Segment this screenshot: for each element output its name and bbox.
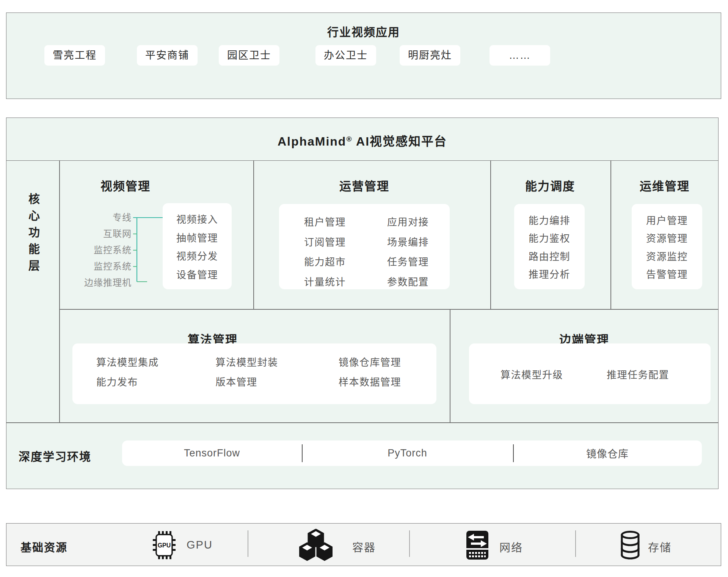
- storage-database-icon: [620, 530, 641, 560]
- video-source: 监控系统: [52, 245, 132, 256]
- list-item: 样本数据管理: [339, 376, 401, 388]
- divider: [409, 530, 410, 557]
- dl-env-label: 深度学习环境: [19, 447, 91, 464]
- algorithm-row-1: 算法模型集成 算法模型封装 镜像仓库管理: [96, 353, 436, 372]
- list-item: 算法模型升级: [500, 367, 607, 381]
- divider: [60, 309, 718, 310]
- video-source: 互联网: [52, 228, 132, 240]
- platform-title-rest: AI视觉感知平台: [352, 135, 447, 148]
- app-card-mingchu: 明厨亮灶: [400, 45, 460, 66]
- operations-col-2: 应用对接 场景编排 任务管理 参数配置: [387, 204, 429, 298]
- dl-env-pytorch: PyTorch: [302, 441, 513, 466]
- list-item: 视频接入: [163, 212, 232, 226]
- core-function-layer-label: 核心功能层: [6, 160, 60, 309]
- platform-panel: AlphaMind® AI视觉感知平台 核心功能层 视频管理 专线 互联网 监控…: [6, 118, 719, 489]
- list-item: 抽帧管理: [163, 230, 232, 244]
- video-source-connectors: [6, 118, 718, 489]
- list-item: 资源监控: [632, 249, 702, 263]
- resources-label: 基础资源: [20, 539, 67, 555]
- dl-env-bar: TensorFlow PyTorch 镜像仓库: [122, 441, 702, 466]
- divider: [248, 530, 248, 557]
- list-item: 版本管理: [215, 372, 337, 392]
- section-title-maintenance: 运维管理: [627, 177, 703, 194]
- list-item: 计量统计: [304, 274, 346, 288]
- algorithm-card: 算法模型集成 算法模型封装 镜像仓库管理 能力发布 版本管理 样本数据管理: [72, 343, 436, 404]
- list-item: 能力发布: [96, 372, 214, 392]
- container-cubes-icon: [299, 529, 333, 561]
- list-item: 设备管理: [163, 267, 232, 281]
- dl-env-tensorflow: TensorFlow: [122, 441, 302, 466]
- list-item: 能力鉴权: [514, 230, 585, 245]
- list-item: 告警管理: [632, 267, 702, 281]
- list-item: 订阅管理: [304, 234, 346, 248]
- algorithm-row-2: 能力发布 版本管理 样本数据管理: [96, 372, 436, 392]
- network-switch-icon: [466, 530, 489, 561]
- divider: [450, 309, 450, 422]
- platform-brand: AlphaMind: [278, 135, 347, 148]
- list-item: 能力编排: [514, 213, 585, 227]
- industry-apps-panel: 行业视频应用 雪亮工程 平安商铺 园区卫士 办公卫士 明厨亮灶 ……: [6, 13, 721, 99]
- video-source: 专线: [52, 212, 132, 223]
- video-source: 边缘推理机: [52, 277, 132, 288]
- dl-env-registry: 镜像仓库: [513, 441, 702, 466]
- network-label: 网络: [499, 539, 523, 555]
- gpu-chip-icon: GPU: [152, 530, 176, 560]
- storage-label: 存储: [648, 539, 672, 555]
- list-item: 能力超市: [304, 254, 346, 268]
- list-item: 参数配置: [387, 274, 429, 288]
- list-item: 推理任务配置: [607, 367, 669, 381]
- container-label: 容器: [352, 539, 376, 555]
- platform-title: AlphaMind® AI视觉感知平台: [6, 132, 718, 149]
- app-card-yuanqu: 园区卫士: [219, 45, 279, 66]
- app-card-pingan: 平安商铺: [137, 45, 198, 66]
- list-item: 镜像仓库管理: [339, 357, 401, 368]
- list-item: 应用对接: [387, 214, 429, 228]
- divider: [490, 160, 491, 309]
- section-title-video-mgmt: 视频管理: [88, 177, 163, 194]
- operations-col-1: 租户管理 订阅管理 能力超市 计量统计: [304, 204, 346, 298]
- list-item: 租户管理: [304, 214, 346, 228]
- list-item: 任务管理: [387, 254, 429, 268]
- divider: [513, 444, 514, 462]
- capability-card: 能力编排 能力鉴权 路由控制 推理分析: [514, 204, 585, 289]
- divider: [6, 422, 718, 423]
- architecture-diagram: 行业视频应用 雪亮工程 平安商铺 园区卫士 办公卫士 明厨亮灶 …… Alpha…: [0, 0, 728, 577]
- video-functions-card: 视频接入 抽帧管理 视频分发 设备管理: [163, 203, 232, 289]
- app-card-xueliang: 雪亮工程: [44, 45, 105, 66]
- registered-mark: ®: [346, 135, 352, 143]
- platform-title-band: AlphaMind® AI视觉感知平台: [6, 118, 718, 161]
- divider: [575, 530, 576, 557]
- list-item: 用户管理: [632, 213, 702, 227]
- gpu-chip-text: GPU: [158, 542, 171, 549]
- section-title-capability: 能力调度: [512, 177, 588, 194]
- section-title-operations: 运营管理: [326, 177, 402, 194]
- list-item: 路由控制: [514, 249, 585, 263]
- operations-card: 租户管理 订阅管理 能力超市 计量统计 应用对接 场景编排 任务管理 参数配置: [279, 204, 450, 289]
- divider: [253, 160, 254, 309]
- resources-panel: 基础资源 GPU GPU: [6, 523, 721, 566]
- app-card-more: ……: [490, 45, 550, 66]
- sidebar-label-text: 核心功能层: [25, 193, 41, 276]
- gpu-label: GPU: [187, 539, 213, 551]
- divider: [610, 160, 611, 309]
- maintenance-card: 用户管理 资源管理 资源监控 告警管理: [632, 204, 702, 289]
- video-source: 监控系统: [52, 261, 132, 272]
- list-item: 视频分发: [163, 248, 232, 262]
- app-card-bangong: 办公卫士: [315, 45, 376, 66]
- list-item: 算法模型集成: [96, 353, 214, 372]
- list-item: 场景编排: [387, 234, 429, 248]
- edge-card: 算法模型升级 推理任务配置: [469, 343, 711, 404]
- industry-panel-title: 行业视频应用: [6, 23, 721, 39]
- list-item: 算法模型封装: [215, 353, 337, 372]
- list-item: 推理分析: [514, 267, 585, 281]
- divider: [302, 444, 303, 462]
- list-item: 资源管理: [632, 230, 702, 245]
